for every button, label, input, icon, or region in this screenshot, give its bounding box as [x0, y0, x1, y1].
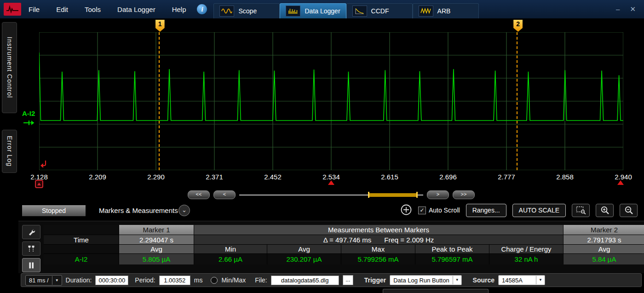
- close-button[interactable]: ✕: [630, 5, 636, 13]
- file-browse-button[interactable]: ...: [343, 275, 353, 285]
- measurements-table: Marker 1 Measurements Between Markers Ma…: [44, 225, 642, 264]
- partial-popup-edge: [383, 289, 489, 293]
- auto-scale-button[interactable]: AUTO SCALE: [512, 204, 566, 217]
- zoom-in-button[interactable]: [596, 204, 614, 217]
- marker-1-flag[interactable]: 1: [155, 20, 165, 32]
- table-corner-cell: [44, 225, 119, 235]
- app-window: File Edit Tools Data Logger Help i Scope: [0, 0, 644, 293]
- avg-header: Avg: [267, 245, 341, 253]
- between-markers-header: Measurements Between Markers: [194, 225, 563, 235]
- trace-wrap-icon: [40, 160, 47, 170]
- source-combobox[interactable]: 14585A ▼: [498, 275, 545, 285]
- file-input[interactable]: [271, 276, 339, 285]
- scroll-range-right-cap[interactable]: [416, 192, 418, 198]
- trace-probe-icon[interactable]: [23, 119, 35, 128]
- trigger-value: Data Log Run Button: [390, 277, 452, 284]
- chevron-down-icon: ▼: [536, 276, 545, 284]
- marker-2-line[interactable]: 2: [517, 32, 518, 170]
- auto-scroll-control: ✓ Auto Scroll: [418, 207, 460, 214]
- trigger-label: Trigger: [364, 276, 386, 284]
- left-sidebar: Instrument Control Error Log: [0, 18, 18, 293]
- menu-edit[interactable]: Edit: [56, 6, 68, 13]
- title-bar: File Edit Tools Data Logger Help i Scope: [0, 0, 644, 18]
- trigger-combobox[interactable]: Data Log Run Button ▼: [390, 275, 461, 285]
- timebase-value: 81 ms /: [26, 277, 52, 284]
- scroll-last-button[interactable]: >>: [453, 190, 475, 199]
- tab-data-logger[interactable]: Data Logger: [280, 3, 346, 18]
- duration-input[interactable]: [95, 276, 128, 285]
- sidebar-tab-error-log[interactable]: Error Log: [2, 130, 17, 173]
- between-time-cell: Δ = 497.746 ms Freq = 2.009 Hz: [194, 235, 563, 244]
- min-header: Min: [194, 245, 267, 253]
- chevron-down-icon: ▼: [453, 276, 461, 284]
- marker1-header: Marker 1: [119, 225, 194, 235]
- markers-tool-button[interactable]: [22, 241, 40, 256]
- scroll-first-button[interactable]: <<: [188, 190, 210, 199]
- charge-energy-header: Charge / Energy: [489, 245, 563, 253]
- marker2-avg-value: 5.84 µA: [564, 254, 644, 264]
- panel-selector-label: Markers & Measurements: [99, 207, 178, 214]
- view-tabs: Scope Data Logger CCDF: [213, 3, 478, 18]
- menu-help[interactable]: Help: [172, 6, 186, 13]
- menu-bar: File Edit Tools Data Logger Help: [29, 6, 186, 13]
- minmax-checkbox[interactable]: [211, 277, 218, 284]
- info-icon[interactable]: i: [197, 4, 207, 14]
- panel-selector-dropdown[interactable]: ⌄: [178, 205, 190, 216]
- properties-wrench-button[interactable]: [22, 225, 40, 239]
- duration-label: Duration:: [66, 276, 92, 284]
- x-tick-label: 2.940: [615, 173, 632, 181]
- sidebar-tab-instrument-control[interactable]: Instrument Control: [2, 22, 17, 113]
- scroll-track[interactable]: [239, 191, 423, 199]
- x-tick-label: 2.128: [30, 173, 48, 181]
- zoom-out-button[interactable]: [620, 204, 638, 217]
- marquee-zoom-button[interactable]: [572, 204, 590, 217]
- arb-wave-icon: [419, 6, 433, 17]
- scroll-view-range[interactable]: [368, 193, 418, 197]
- period-unit-label: ms: [194, 276, 203, 284]
- x-tick-label: 2.452: [264, 173, 282, 181]
- scroll-prev-button[interactable]: <: [213, 190, 236, 199]
- measurements-panel: Marker 1 Measurements Between Markers Ma…: [18, 221, 644, 273]
- ranges-button[interactable]: Ranges...: [466, 204, 506, 217]
- scroll-range-left-cap[interactable]: [368, 192, 369, 198]
- x-tick-label: 2.209: [89, 173, 106, 181]
- scroll-nav: << < > >>: [18, 190, 644, 200]
- x-tick-label: 2.696: [439, 173, 457, 181]
- peak-to-peak-value: 5.796597 mA: [415, 254, 489, 264]
- file-label: File:: [255, 276, 267, 284]
- freq-value: Freq = 2.009 Hz: [384, 236, 434, 244]
- logger-settings-bar: 81 ms / ▼ Duration: Period: ms Min/Max F…: [21, 273, 642, 287]
- menu-data-logger[interactable]: Data Logger: [117, 6, 155, 13]
- x-tick-label: 2.777: [498, 173, 515, 181]
- avg-value: 230.207 µA: [267, 254, 341, 264]
- tab-ccdf[interactable]: CCDF: [346, 3, 413, 18]
- tab-scope[interactable]: Scope: [213, 3, 280, 18]
- trace-label: A-I2: [22, 109, 35, 117]
- sine-wave-icon: [219, 6, 234, 17]
- timebase-combobox[interactable]: 81 ms / ▼: [25, 275, 62, 286]
- tab-arb[interactable]: ARB: [413, 3, 479, 18]
- window-controls: – ✕: [616, 5, 636, 13]
- toolbar-right-cluster: ✓ Auto Scroll Ranges... AUTO SCALE: [400, 203, 638, 217]
- chevron-down-icon: ▼: [52, 276, 62, 285]
- scroll-next-button[interactable]: >: [427, 190, 449, 199]
- menu-tools[interactable]: Tools: [85, 6, 101, 13]
- marker2-header: Marker 2: [564, 225, 644, 235]
- pause-bars-button[interactable]: [22, 258, 40, 272]
- plot-area[interactable]: 12: [39, 32, 623, 170]
- marker-2-flag[interactable]: 2: [513, 20, 523, 32]
- run-state-badge: Stopped: [22, 205, 86, 216]
- measurement-tools: [22, 225, 40, 272]
- chart-region: A-I2 12 2.1282.2092.2902.3712.4522.5342.…: [18, 18, 644, 190]
- x-tick-label: 2.534: [322, 173, 340, 181]
- auto-scroll-label: Auto Scroll: [429, 207, 460, 214]
- logger-bars-icon: [286, 6, 300, 17]
- marker-1-line[interactable]: 1: [159, 32, 160, 170]
- period-input[interactable]: [159, 276, 190, 285]
- auto-scroll-checkbox[interactable]: ✓: [418, 207, 426, 214]
- menu-file[interactable]: File: [29, 6, 40, 13]
- minimize-button[interactable]: –: [616, 5, 620, 13]
- add-marker-icon[interactable]: [400, 204, 412, 217]
- trigger-start-icon[interactable]: [35, 180, 43, 188]
- trace-row-label: A-I2: [44, 254, 119, 264]
